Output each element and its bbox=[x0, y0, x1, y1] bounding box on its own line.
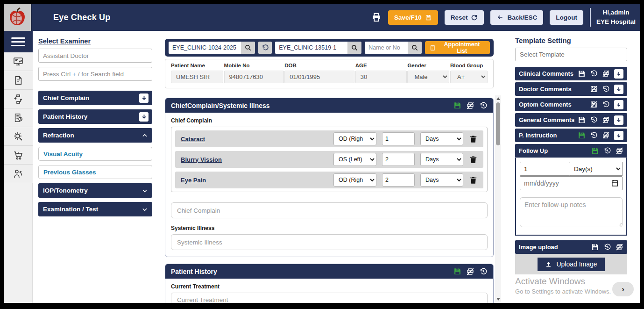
save-green-icon[interactable] bbox=[591, 147, 599, 155]
search-history-button[interactable] bbox=[258, 42, 272, 54]
delete-complaint-icon[interactable] bbox=[469, 176, 478, 185]
eye-select[interactable]: OD (Righ bbox=[333, 173, 376, 187]
rail-item-workflow[interactable] bbox=[4, 90, 33, 108]
save-off-icon[interactable] bbox=[590, 101, 598, 108]
history-icon[interactable] bbox=[603, 243, 611, 251]
visit-id-input[interactable] bbox=[275, 42, 347, 54]
download-icon[interactable] bbox=[614, 69, 623, 79]
duration-input[interactable] bbox=[382, 173, 415, 187]
follow-up-interval-input[interactable] bbox=[520, 162, 570, 176]
scroll-down-arrow[interactable] bbox=[495, 296, 501, 302]
save-button[interactable]: Save/F10 bbox=[388, 10, 438, 25]
clinic-id-input[interactable] bbox=[169, 42, 241, 54]
duration-unit-select[interactable]: Days bbox=[420, 173, 463, 187]
bar-p-instruction[interactable]: P. Instruction bbox=[515, 129, 627, 142]
eye-select[interactable]: OS (Left) bbox=[333, 153, 376, 166]
upload-image-button[interactable]: Upload Image bbox=[538, 258, 604, 271]
download-icon[interactable] bbox=[614, 85, 623, 94]
bar-follow-up[interactable]: Follow Up bbox=[515, 144, 627, 158]
history-icon[interactable] bbox=[602, 85, 610, 93]
follow-up-date-input[interactable] bbox=[520, 176, 623, 190]
delete-complaint-icon[interactable] bbox=[469, 155, 478, 164]
accordion-refraction[interactable]: Refraction bbox=[38, 128, 152, 143]
delete-complaint-icon[interactable] bbox=[469, 135, 478, 144]
scroll-up-arrow[interactable] bbox=[495, 95, 501, 101]
follow-up-unit-select[interactable]: Day(s) bbox=[570, 162, 623, 176]
appointment-list-button[interactable]: Appointment List bbox=[425, 41, 490, 54]
reset-button[interactable]: Reset bbox=[445, 10, 484, 25]
visit-id-search-button[interactable] bbox=[347, 42, 361, 54]
blood-group-select[interactable]: A+ bbox=[450, 71, 488, 83]
rail-item-settings[interactable] bbox=[4, 127, 33, 146]
history-icon[interactable] bbox=[590, 70, 598, 78]
history-icon[interactable] bbox=[479, 267, 488, 276]
link-visual-acuity[interactable]: Visual Acuity bbox=[38, 147, 152, 161]
complaint-name-link[interactable]: Cataract bbox=[181, 136, 205, 143]
next-panel-chevron-button[interactable]: › bbox=[612, 282, 634, 296]
accordion-chief-complain[interactable]: Chief Complain bbox=[38, 91, 152, 105]
examiner-input[interactable] bbox=[38, 49, 152, 63]
scrollbar-thumb[interactable] bbox=[496, 102, 500, 145]
bar-clinical-comments[interactable]: Clinical Comments bbox=[515, 67, 627, 80]
download-icon[interactable] bbox=[614, 100, 623, 109]
print-off-icon[interactable] bbox=[602, 131, 610, 139]
current-treatment-input[interactable] bbox=[171, 293, 488, 303]
logout-button[interactable]: Logout bbox=[550, 10, 583, 25]
accordion-iop-tonometry[interactable]: IOP/Tonometry bbox=[38, 183, 152, 198]
print-off-icon[interactable] bbox=[466, 101, 474, 110]
save-green-icon[interactable] bbox=[578, 131, 586, 139]
print-off-icon[interactable] bbox=[616, 243, 623, 251]
print-off-icon[interactable] bbox=[466, 267, 474, 276]
select-template-input[interactable] bbox=[515, 48, 627, 61]
history-icon[interactable] bbox=[479, 101, 488, 110]
complaint-name-link[interactable]: Blurry Vission bbox=[181, 156, 222, 163]
save-icon[interactable] bbox=[578, 70, 586, 78]
vertical-scrollbar[interactable] bbox=[495, 95, 501, 303]
history-icon[interactable] bbox=[603, 147, 611, 155]
complaint-name-link[interactable]: Eye Pain bbox=[181, 177, 206, 184]
gender-select[interactable]: Male bbox=[407, 71, 449, 83]
bar-image-upload[interactable]: Image upload bbox=[515, 240, 627, 254]
bar-doctor-comments[interactable]: Doctor Comments bbox=[515, 82, 627, 96]
mobile-value[interactable] bbox=[224, 71, 284, 83]
dob-value[interactable] bbox=[284, 71, 354, 83]
print-icon[interactable] bbox=[371, 12, 382, 22]
follow-up-notes-textarea[interactable] bbox=[520, 197, 623, 227]
print-off-icon[interactable] bbox=[616, 147, 623, 155]
link-previous-glasses[interactable]: Previous Glasses bbox=[38, 165, 152, 179]
systemic-illness-input[interactable] bbox=[171, 234, 488, 250]
eye-select[interactable]: OD (Righ bbox=[333, 132, 376, 145]
patient-name-value[interactable] bbox=[171, 71, 223, 83]
age-value[interactable] bbox=[355, 71, 407, 83]
calendar-icon[interactable] bbox=[611, 179, 619, 187]
field-search-input[interactable] bbox=[38, 67, 152, 81]
duration-input[interactable] bbox=[382, 153, 415, 166]
history-icon[interactable] bbox=[602, 101, 610, 108]
clinic-id-search-button[interactable] bbox=[241, 42, 255, 54]
bar-general-comments[interactable]: General Comments bbox=[515, 113, 627, 127]
rail-item-document[interactable] bbox=[4, 71, 33, 90]
history-icon[interactable] bbox=[590, 131, 598, 139]
bar-optom-comments[interactable]: Optom Comments bbox=[515, 98, 627, 111]
back-button[interactable]: Back/ESC bbox=[490, 10, 543, 25]
save-icon[interactable] bbox=[453, 101, 461, 109]
rail-item-patient-services[interactable] bbox=[4, 165, 33, 183]
name-search-input[interactable] bbox=[365, 42, 408, 54]
save-icon[interactable] bbox=[591, 243, 599, 251]
accordion-patient-history[interactable]: Patient History bbox=[38, 109, 152, 124]
download-icon[interactable] bbox=[614, 131, 623, 140]
menu-toggle-button[interactable] bbox=[4, 31, 33, 52]
duration-unit-select[interactable]: Days bbox=[420, 132, 463, 145]
duration-unit-select[interactable]: Days bbox=[420, 153, 463, 166]
save-off-icon[interactable] bbox=[590, 85, 598, 93]
print-off-icon[interactable] bbox=[602, 70, 610, 78]
chief-complain-input[interactable] bbox=[171, 202, 488, 218]
save-icon[interactable] bbox=[453, 267, 461, 275]
save-icon[interactable] bbox=[578, 116, 586, 124]
accordion-examination-test[interactable]: Examination / Test bbox=[38, 202, 152, 216]
rail-item-orders[interactable] bbox=[4, 146, 33, 165]
rail-item-dashboard[interactable] bbox=[4, 52, 33, 71]
history-icon[interactable] bbox=[590, 116, 598, 124]
print-off-icon[interactable] bbox=[602, 116, 610, 124]
duration-input[interactable] bbox=[382, 132, 415, 145]
